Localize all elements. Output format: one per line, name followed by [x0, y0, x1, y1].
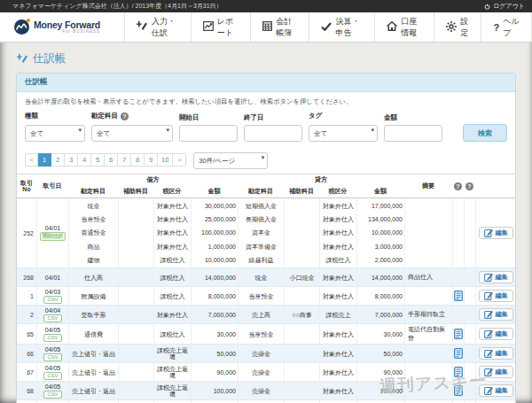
extra-cell: [464, 324, 475, 344]
credit-sub-account: [284, 345, 319, 362]
edit-button[interactable]: 編集: [479, 227, 513, 239]
document-icon[interactable]: [454, 385, 463, 396]
per-page-select-wrap: 30件/ページ: [193, 151, 268, 169]
pagination-page-8[interactable]: 8: [131, 153, 145, 167]
pagination-page-5[interactable]: 5: [91, 153, 105, 167]
attachment-cell: [452, 287, 464, 305]
help-icon[interactable]: ?: [121, 112, 129, 120]
edit-button[interactable]: 編集: [479, 384, 513, 397]
credit-sub-account: 小口現金: [284, 268, 319, 286]
pagination-page-2[interactable]: 2: [51, 153, 65, 167]
filter-input[interactable]: [244, 125, 302, 142]
main-nav: Money Forward For BUSINESS 入力・仕訳レポート会計帳簿…: [0, 12, 532, 43]
edit-icon: [484, 386, 493, 396]
pagination-page-7[interactable]: 7: [118, 153, 131, 167]
nav-item-ヘルプ[interactable]: ?ヘルプ: [481, 12, 532, 42]
credit-tax-category: 対象外仕入対象外仕入対象外仕入対象外仕入課税仕入: [319, 198, 356, 267]
nav-item-会計帳簿[interactable]: 会計帳簿: [250, 12, 309, 42]
filter-select[interactable]: 全て: [91, 125, 173, 142]
attachment-cell: [452, 382, 464, 399]
credit-account: 現金: [238, 268, 284, 286]
credit-amount: 7,000,000: [356, 306, 404, 323]
brand-name: Money Forward: [34, 20, 100, 30]
credit-tax-category: 課税売上: [319, 306, 356, 323]
edit-button[interactable]: 編集: [479, 271, 513, 283]
logout-button[interactable]: ログアウト: [484, 2, 525, 11]
brand-subtitle: For BUSINESS: [34, 30, 100, 35]
debit-account: 通信費: [68, 324, 118, 344]
page-title: 仕訳帳: [17, 51, 516, 66]
filter-select[interactable]: 全て: [309, 125, 378, 142]
nav-item-決算・申告[interactable]: 決算・申告: [309, 12, 374, 42]
edit-button[interactable]: 編集: [479, 347, 513, 360]
ledger-icon: [262, 21, 272, 33]
extra-cell: [464, 268, 475, 286]
filter-select[interactable]: 全て: [25, 125, 85, 142]
edit-button[interactable]: 編集: [479, 328, 513, 340]
col-header-cr-account: 勘定科目: [238, 184, 284, 198]
actions-cell: 編集: [475, 363, 515, 381]
csv-badge: CSV: [43, 296, 63, 305]
nav-item-レポート[interactable]: レポート: [191, 12, 250, 42]
credit-amount: 50,000: [356, 345, 404, 362]
chart-icon: [203, 21, 214, 33]
debit-account: 附属設備: [68, 287, 118, 305]
extra-cell: [464, 382, 475, 399]
nav-item-設定[interactable]: 設定: [434, 12, 481, 42]
edit-icon: [484, 273, 493, 283]
brand-logo[interactable]: Money Forward For BUSINESS: [0, 12, 124, 42]
document-icon[interactable]: [454, 367, 463, 377]
csv-badge: CSV: [43, 314, 63, 323]
pagination-page-1[interactable]: 1: [38, 153, 51, 167]
col-group-debit: 借方: [68, 174, 238, 184]
journal-row: 204/04CSV受取手形対象外仕入7,000,000売上高○○商事課税売上7,…: [17, 306, 515, 324]
nav-item-口座情報[interactable]: 口座情報: [374, 12, 434, 42]
pagination-page-6[interactable]: 6: [105, 153, 118, 167]
credit-account: 売掛金: [238, 363, 284, 381]
debit-tax-category: 課税売上返還: [153, 382, 191, 399]
transaction-no: 2: [17, 306, 36, 323]
col-header-help1: ?: [452, 174, 464, 198]
attachment-cell: [452, 345, 464, 362]
debit-sub-account: [118, 345, 153, 362]
transaction-date: 04/04CSV: [36, 306, 68, 323]
pagination-page-3[interactable]: 3: [65, 153, 78, 167]
pagination-next[interactable]: >: [173, 153, 186, 167]
help-icon[interactable]: ?: [466, 182, 473, 190]
edit-button[interactable]: 編集: [479, 290, 513, 302]
document-icon[interactable]: [454, 348, 463, 359]
credit-amount: 90,000: [356, 363, 404, 381]
pagination-page-4[interactable]: 4: [78, 153, 91, 167]
per-page-select[interactable]: 30件/ページ: [193, 152, 268, 169]
edit-button[interactable]: 編集: [479, 366, 513, 378]
debit-amount: 7,000,000: [191, 306, 238, 323]
memo: [404, 198, 452, 267]
actions-cell: 編集: [475, 382, 515, 399]
attachment-cell: [452, 306, 464, 323]
debit-account: 売上値引・返品: [68, 345, 118, 362]
document-icon[interactable]: [454, 291, 463, 301]
credit-account: 売掛金: [238, 382, 284, 399]
extra-cell: [464, 345, 475, 362]
help-icon[interactable]: ?: [454, 182, 462, 190]
document-icon[interactable]: [454, 329, 463, 339]
search-button[interactable]: 検索: [463, 124, 507, 142]
memo: 電話代自動振替: [404, 324, 452, 344]
journal-table: 取引No 取引日 借方 貸方 摘要 ? ? 勘定科目 補助科目 税区分 金額 勘…: [17, 174, 515, 403]
col-header-cr-amount: 金額: [356, 184, 404, 198]
edit-icon: [484, 291, 493, 301]
transaction-date: 04/03CSV: [36, 287, 68, 305]
debit-tax-category: 課税売上返還: [153, 345, 191, 362]
debit-account: 売上値引・返品: [68, 382, 118, 399]
debit-tax-category: 課税仕入: [153, 287, 191, 305]
pagination-page-9[interactable]: 9: [145, 153, 158, 167]
col-header-cr-sub: 補助科目: [284, 184, 319, 198]
extra-cell: [464, 198, 475, 267]
filter-input[interactable]: [179, 125, 238, 142]
filter-input[interactable]: [384, 125, 442, 142]
debit-amount: 90,000: [191, 363, 238, 381]
edit-button[interactable]: 編集: [479, 308, 513, 321]
nav-item-入力・仕訳[interactable]: 入力・仕訳: [124, 12, 191, 42]
pagination-prev[interactable]: <: [25, 153, 38, 167]
pagination-page-10[interactable]: 10: [158, 153, 173, 167]
